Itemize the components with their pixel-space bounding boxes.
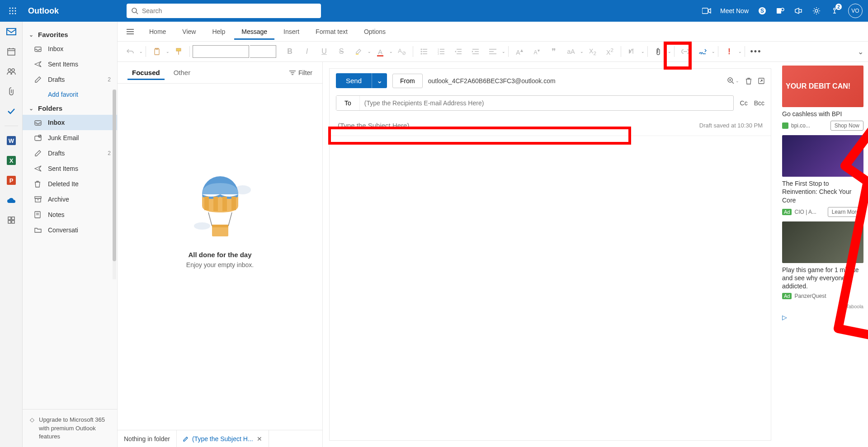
italic-icon[interactable]: I — [299, 43, 315, 60]
nav-item-drafts[interactable]: Drafts 2 — [23, 146, 117, 161]
word-icon[interactable]: W — [6, 135, 17, 146]
search-box[interactable] — [127, 4, 321, 18]
bcc-button[interactable]: Bcc — [754, 99, 764, 107]
nav-item-deleted[interactable]: Deleted Ite — [23, 176, 117, 192]
chevron-down-icon[interactable]: ⌄ — [502, 49, 505, 54]
bold-icon[interactable]: B — [282, 43, 298, 60]
more-apps-icon[interactable] — [6, 215, 17, 226]
importance-icon[interactable]: ! — [721, 43, 737, 60]
clear-format-icon[interactable]: A⊘ — [394, 43, 410, 60]
menu-format-text[interactable]: Format text — [308, 24, 355, 40]
format-painter-icon[interactable] — [170, 43, 187, 60]
ad-nav-icon[interactable]: ▷ — [782, 314, 863, 321]
highlight-icon[interactable] — [350, 43, 367, 60]
menu-help[interactable]: Help — [205, 24, 232, 40]
strikethrough-icon[interactable]: S — [333, 43, 349, 60]
align-icon[interactable] — [485, 43, 501, 60]
video-icon[interactable] — [702, 6, 711, 15]
tab-focused[interactable]: Focused — [127, 65, 165, 80]
chevron-down-icon[interactable]: ⌄ — [368, 49, 371, 54]
font-color-icon[interactable]: A — [372, 43, 388, 60]
decrease-font-icon[interactable]: A▾ — [528, 43, 545, 60]
attach-icon[interactable] — [651, 43, 667, 60]
signature-icon[interactable] — [694, 43, 711, 60]
menu-view[interactable]: View — [175, 24, 203, 40]
files-icon[interactable] — [6, 86, 17, 97]
filter-button[interactable]: Filter — [289, 69, 312, 76]
email-body-input[interactable] — [330, 136, 771, 440]
underline-icon[interactable]: U — [316, 43, 332, 60]
indent-icon[interactable] — [467, 43, 484, 60]
nav-scrollbar[interactable] — [113, 89, 116, 279]
paste-icon[interactable] — [149, 43, 165, 60]
scrollbar-thumb[interactable] — [113, 89, 116, 261]
chevron-down-icon[interactable]: ⌄ — [139, 49, 143, 54]
popout-icon[interactable] — [758, 78, 764, 84]
upgrade-banner[interactable]: ◇ Upgrade to Microsoft 365 with premium … — [23, 409, 117, 447]
link-icon[interactable] — [677, 43, 693, 60]
notifications-icon[interactable] — [830, 6, 839, 15]
bottom-tab-folder[interactable]: Nothing in folder — [118, 430, 177, 447]
paragraph-dir-icon[interactable]: ◗¶ — [624, 43, 640, 60]
discard-icon[interactable] — [745, 77, 752, 85]
nav-item-sent-fav[interactable]: Sent Items — [23, 56, 117, 72]
nav-item-sent[interactable]: Sent Items — [23, 161, 117, 176]
nav-item-junk[interactable]: Junk Email — [23, 130, 117, 146]
font-size-input[interactable] — [250, 45, 276, 58]
chevron-down-icon[interactable]: ⌄ — [738, 49, 742, 54]
tab-other[interactable]: Other — [169, 65, 195, 80]
hamburger-icon[interactable] — [123, 24, 137, 39]
ad-cta-button[interactable]: Learn More — [828, 207, 863, 217]
search-input[interactable] — [142, 7, 316, 14]
close-icon[interactable]: ✕ — [257, 435, 262, 442]
send-options-chevron[interactable]: ⌄ — [372, 73, 387, 88]
chevron-down-icon[interactable]: ⌄ — [712, 49, 715, 54]
powerpoint-icon[interactable]: P — [6, 175, 17, 186]
announcements-icon[interactable] — [794, 6, 803, 15]
calendar-icon[interactable] — [6, 46, 17, 57]
nav-item-inbox-fav[interactable]: Inbox — [23, 41, 117, 56]
more-options-icon[interactable]: ••• — [748, 43, 764, 60]
nav-item-archive[interactable]: Archive — [23, 192, 117, 207]
people-icon[interactable] — [6, 66, 17, 77]
chevron-down-icon[interactable]: ⌄ — [389, 49, 393, 54]
ad-cta-button[interactable]: Shop Now — [830, 121, 863, 131]
menu-insert[interactable]: Insert — [276, 24, 307, 40]
chevron-down-icon[interactable]: ⌄ — [668, 49, 671, 54]
ad-card[interactable]: Play this game for 1 minute and see why … — [782, 221, 863, 300]
bullets-icon[interactable] — [416, 43, 432, 60]
meet-now-button[interactable]: Meet Now — [720, 7, 749, 14]
ad-card[interactable]: YOUR DEBIT CAN! Go cashless with BPI bpi… — [782, 66, 863, 131]
subscript-icon[interactable]: X2 — [585, 43, 601, 60]
font-name-input[interactable] — [193, 45, 249, 58]
to-button[interactable]: To — [336, 96, 360, 110]
undo-icon[interactable] — [122, 43, 138, 60]
onedrive-icon[interactable] — [6, 195, 17, 206]
mail-icon[interactable] — [6, 26, 17, 37]
chevron-down-icon[interactable]: ⌄ — [580, 49, 584, 54]
subject-input[interactable] — [338, 122, 699, 129]
outdent-icon[interactable] — [450, 43, 467, 60]
to-input[interactable] — [360, 96, 731, 110]
increase-font-icon[interactable]: A▴ — [511, 43, 528, 60]
user-avatar[interactable]: VO — [848, 4, 863, 18]
teams-icon[interactable] — [776, 6, 785, 15]
nav-item-inbox[interactable]: Inbox — [23, 115, 117, 130]
send-button[interactable]: Send — [336, 73, 372, 88]
menu-options[interactable]: Options — [357, 24, 393, 40]
numbering-icon[interactable]: 123 — [433, 43, 449, 60]
quote-icon[interactable]: ❞ — [546, 43, 562, 60]
nav-item-drafts-fav[interactable]: Drafts 2 — [23, 72, 117, 87]
chevron-down-icon[interactable]: ⌄ — [166, 49, 170, 54]
nav-item-notes[interactable]: Notes — [23, 207, 117, 222]
superscript-icon[interactable]: X2 — [602, 43, 618, 60]
cc-button[interactable]: Cc — [740, 99, 748, 107]
folders-section[interactable]: ⌄ Folders — [23, 102, 117, 115]
menu-home[interactable]: Home — [142, 24, 173, 40]
add-favorite-link[interactable]: Add favorit — [23, 87, 117, 102]
app-launcher-icon[interactable] — [5, 4, 20, 18]
from-button[interactable]: From — [392, 74, 423, 88]
bottom-tab-draft[interactable]: (Type the Subject H... ✕ — [177, 430, 269, 447]
skype-icon[interactable]: S — [758, 6, 767, 15]
nav-item-conversation[interactable]: Conversati — [23, 222, 117, 238]
